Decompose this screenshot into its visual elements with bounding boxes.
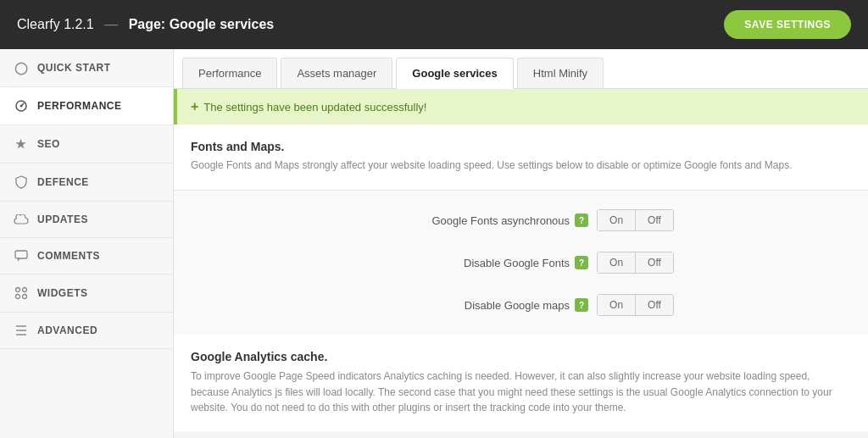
- widgets-icon: [14, 286, 29, 300]
- sidebar-item-comments[interactable]: COMMENTS: [0, 238, 173, 274]
- fonts-maps-title: Fonts and Maps.: [191, 140, 851, 153]
- star-icon: ★: [14, 137, 29, 151]
- header-title: Clearfy 1.2.1 — Page: Google services: [17, 17, 274, 32]
- svg-point-5: [16, 295, 20, 299]
- fonts-maps-description: Google Fonts and Maps strongly affect yo…: [191, 158, 851, 173]
- tab-google-services[interactable]: Google services: [396, 58, 513, 89]
- sidebar-label-widgets: WIDGETS: [37, 287, 88, 299]
- toggle-off-google-fonts-async[interactable]: Off: [636, 210, 673, 230]
- help-badge-disable-google-maps[interactable]: ?: [575, 298, 588, 312]
- performance-icon: [14, 99, 29, 113]
- fonts-maps-section: Fonts and Maps. Google Fonts and Maps st…: [174, 125, 868, 191]
- svg-point-4: [23, 288, 27, 292]
- sidebar-label-quick-start: QUICK START: [37, 62, 111, 74]
- sidebar-item-seo[interactable]: ★ SEO: [0, 125, 173, 164]
- toggle-disable-google-fonts: On Off: [597, 252, 674, 274]
- sidebar: ◯ QUICK START PERFORMANCE ★ SEO DEFENCE …: [0, 49, 174, 438]
- toggle-google-fonts-async: On Off: [597, 209, 674, 231]
- main-layout: ◯ QUICK START PERFORMANCE ★ SEO DEFENCE …: [0, 49, 868, 438]
- clock-icon: ◯: [14, 61, 29, 75]
- tab-html-minify[interactable]: Html Minify: [517, 58, 604, 88]
- toggle-on-disable-google-maps[interactable]: On: [598, 295, 636, 315]
- toggle-on-disable-google-fonts[interactable]: On: [598, 252, 636, 273]
- svg-point-1: [20, 105, 23, 108]
- content-area: Performance Assets manager Google servic…: [174, 49, 868, 438]
- page-label: Page: Google services: [129, 17, 275, 31]
- shield-icon: [14, 175, 29, 189]
- toggle-off-disable-google-maps[interactable]: Off: [636, 295, 673, 315]
- analytics-title: Google Analytics cache.: [191, 350, 851, 363]
- header-separator: —: [104, 17, 118, 31]
- svg-rect-2: [15, 251, 27, 258]
- analytics-description: To improve Google Page Speed indicators …: [191, 369, 851, 416]
- sidebar-item-performance[interactable]: PERFORMANCE: [0, 87, 173, 125]
- comment-icon: [14, 250, 29, 262]
- svg-point-3: [16, 288, 20, 292]
- svg-point-6: [23, 295, 27, 299]
- cloud-icon: [14, 214, 29, 225]
- label-disable-google-maps: Disable Google maps ?: [368, 298, 588, 312]
- app-name: Clearfy 1.2.1: [17, 17, 94, 31]
- sidebar-item-quick-start[interactable]: ◯ QUICK START: [0, 49, 173, 87]
- sidebar-label-seo: SEO: [37, 138, 60, 150]
- sidebar-label-defence: DEFENCE: [37, 176, 89, 188]
- tab-assets-manager[interactable]: Assets manager: [281, 58, 392, 88]
- save-settings-button[interactable]: SAVE SETTINGS: [724, 10, 851, 39]
- toggle-disable-google-maps: On Off: [597, 294, 674, 316]
- label-google-fonts-async: Google Fonts asynchronous ?: [368, 213, 588, 227]
- toggle-on-google-fonts-async[interactable]: On: [598, 210, 636, 230]
- success-plus-icon: +: [191, 99, 198, 114]
- list-icon: [14, 324, 29, 336]
- sidebar-label-performance: PERFORMANCE: [37, 100, 122, 112]
- label-disable-google-fonts: Disable Google Fonts ?: [368, 256, 588, 269]
- sidebar-item-updates[interactable]: UPDATES: [0, 202, 173, 238]
- sidebar-item-widgets[interactable]: WIDGETS: [0, 274, 173, 313]
- help-badge-disable-google-fonts[interactable]: ?: [575, 256, 588, 269]
- sidebar-label-updates: UPDATES: [37, 213, 88, 225]
- setting-row-google-fonts-async: Google Fonts asynchronous ? On Off: [174, 199, 868, 241]
- help-badge-google-fonts-async[interactable]: ?: [575, 213, 588, 227]
- tabs-bar: Performance Assets manager Google servic…: [174, 49, 868, 89]
- sidebar-item-advanced[interactable]: ADVANCED: [0, 313, 173, 349]
- settings-area: Google Fonts asynchronous ? On Off Disab…: [174, 191, 868, 335]
- sidebar-label-advanced: ADVANCED: [37, 324, 97, 336]
- sidebar-label-comments: COMMENTS: [37, 250, 100, 262]
- tab-performance[interactable]: Performance: [182, 58, 277, 88]
- toggle-off-disable-google-fonts[interactable]: Off: [636, 252, 673, 273]
- setting-row-disable-google-fonts: Disable Google Fonts ? On Off: [174, 241, 868, 284]
- success-message: The settings have been updated successfu…: [203, 101, 426, 114]
- sidebar-item-defence[interactable]: DEFENCE: [0, 164, 173, 202]
- setting-row-disable-google-maps: Disable Google maps ? On Off: [174, 284, 868, 326]
- success-notice: + The settings have been updated success…: [174, 89, 868, 125]
- analytics-section: Google Analytics cache. To improve Googl…: [174, 335, 868, 431]
- app-header: Clearfy 1.2.1 — Page: Google services SA…: [0, 0, 868, 49]
